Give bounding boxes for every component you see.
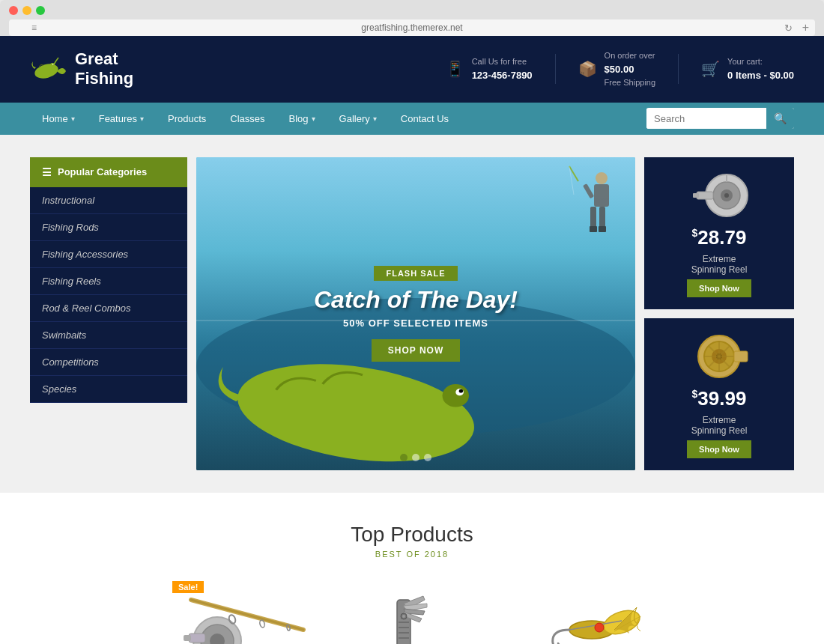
sidebar-item-competitions[interactable]: Competitions <box>30 349 187 376</box>
sidebar-menu-icon: ☰ <box>42 166 52 178</box>
hero-dot-1[interactable] <box>400 454 408 461</box>
nav-features-arrow: ▾ <box>140 115 144 123</box>
nav-contact[interactable]: Contact Us <box>389 103 461 135</box>
hero-section: ☰ Popular Categories Instructional Fishi… <box>30 157 794 470</box>
svg-rect-41 <box>189 634 205 643</box>
search-button[interactable]: 🔍 <box>766 108 794 129</box>
product-image-3 <box>517 581 652 644</box>
header-phone: 📱 Call Us for free 123-456-7890 <box>446 55 533 82</box>
cart-icon: 🛒 <box>701 60 720 78</box>
svg-rect-10 <box>590 207 596 228</box>
product-card-1-price: $28.79 <box>692 226 747 249</box>
sidebar-item-swimbaits[interactable]: Swimbaits <box>30 322 187 349</box>
sidebar-item-fishing-reels[interactable]: Fishing Reels <box>30 268 187 295</box>
sidebar-header: ☰ Popular Categories <box>30 157 187 187</box>
browser-url: greatfishing.themerex.net <box>361 22 462 33</box>
logo[interactable]: Great Fishing <box>30 49 133 89</box>
shipping-label: On order over <box>605 49 656 62</box>
dot-red[interactable] <box>9 6 18 15</box>
header-divider-1 <box>555 54 556 84</box>
nav-features[interactable]: Features ▾ <box>87 103 156 135</box>
svg-rect-22 <box>697 192 713 199</box>
header-cart[interactable]: 🛒 Your cart: 0 Items - $0.00 <box>701 55 794 82</box>
browser-plus-icon[interactable]: + <box>802 21 809 34</box>
product-card-2-image <box>682 330 757 383</box>
hero-cta-button[interactable]: SHOP NOW <box>372 339 460 362</box>
sidebar-item-fishing-accessories[interactable]: Fishing Accessories <box>30 241 187 268</box>
svg-rect-13 <box>599 226 606 232</box>
fisherman-svg <box>568 165 628 255</box>
dot-yellow[interactable] <box>22 6 31 15</box>
nav-blog[interactable]: Blog ▾ <box>277 103 327 135</box>
nav-bar: Home ▾ Features ▾ Products Classes Blog … <box>0 103 824 135</box>
products-grid: Sale! <box>30 581 794 644</box>
phone-label: Call Us for free <box>472 55 533 68</box>
svg-point-0 <box>33 62 60 82</box>
svg-rect-42 <box>184 635 191 641</box>
header-divider-2 <box>678 54 679 84</box>
flash-badge: FLASH SALE <box>374 266 457 281</box>
nav-blog-arrow: ▾ <box>312 115 315 123</box>
product-card-1-image <box>682 169 757 222</box>
browser-dots <box>9 6 815 15</box>
svg-rect-14 <box>583 183 594 198</box>
nav-search[interactable]: 🔍 <box>646 108 794 129</box>
dot-green[interactable] <box>36 6 45 15</box>
nav-gallery[interactable]: Gallery ▾ <box>327 103 389 135</box>
product-card-2-name: ExtremeSpinning Reel <box>691 415 748 436</box>
fishing-rod-reel-svg <box>172 585 307 644</box>
svg-rect-32 <box>734 351 748 362</box>
nav-items: Home ▾ Features ▾ Products Classes Blog … <box>30 103 461 135</box>
svg-point-8 <box>596 172 608 184</box>
fishing-lure-svg <box>517 585 652 644</box>
sidebar: ☰ Popular Categories Instructional Fishi… <box>30 157 187 470</box>
product-item-3[interactable] <box>509 581 659 644</box>
hero-dot-3[interactable] <box>424 454 431 461</box>
product-card-2: $39.99 ExtremeSpinning Reel Shop Now <box>644 318 794 470</box>
product-card-2-btn[interactable]: Shop Now <box>687 440 751 458</box>
phone-icon: 📱 <box>446 60 464 78</box>
hero-products: $28.79 ExtremeSpinning Reel Shop Now <box>644 157 794 470</box>
nav-products[interactable]: Products <box>156 103 218 135</box>
hero-subtitle: 50% OFF SELECTED ITEMS <box>314 318 518 329</box>
browser-refresh-icon[interactable]: ↻ <box>784 22 793 34</box>
svg-point-49 <box>402 615 405 618</box>
product-item-1[interactable]: Sale! <box>165 581 315 644</box>
sidebar-item-species[interactable]: Species <box>30 376 187 403</box>
nav-home-arrow: ▾ <box>71 115 75 123</box>
sale-badge-1: Sale! <box>172 581 204 593</box>
svg-point-54 <box>595 623 604 632</box>
shipping-text: Free Shipping <box>605 76 656 89</box>
svg-point-5 <box>443 384 470 407</box>
sidebar-item-instructional[interactable]: Instructional <box>30 187 187 214</box>
product-card-1-btn[interactable]: Shop Now <box>687 279 751 297</box>
svg-point-7 <box>459 389 463 393</box>
svg-rect-9 <box>594 184 609 207</box>
svg-rect-11 <box>599 207 605 228</box>
header-shipping: 📦 On order over $50.00 Free Shipping <box>578 49 656 89</box>
cart-label: Your cart: <box>727 55 794 68</box>
nav-gallery-arrow: ▾ <box>373 115 377 123</box>
browser-menu-icon: ≡ <box>31 22 37 33</box>
header-info: 📱 Call Us for free 123-456-7890 📦 On ord… <box>446 49 794 89</box>
logo-text: Great Fishing <box>75 49 133 89</box>
product-card-2-price: $39.99 <box>692 387 747 410</box>
logo-fish-icon <box>30 50 67 88</box>
product-item-2[interactable] <box>337 581 487 644</box>
sidebar-item-fishing-rods[interactable]: Fishing Rods <box>30 214 187 241</box>
hero-dots <box>400 454 431 461</box>
hero-dot-2[interactable] <box>412 454 419 461</box>
site-wrapper: Great Fishing 📱 Call Us for free 123-456… <box>0 36 824 644</box>
sidebar-body: Instructional Fishing Rods Fishing Acces… <box>30 187 187 403</box>
browser-bar: ≡ greatfishing.themerex.net ↻ + <box>9 19 815 36</box>
main-content: ☰ Popular Categories Instructional Fishi… <box>0 135 824 493</box>
product-card-1: $28.79 ExtremeSpinning Reel Shop Now <box>644 157 794 309</box>
sidebar-title: Popular Categories <box>58 166 147 177</box>
sidebar-item-rod-reel-combos[interactable]: Rod & Reel Combos <box>30 295 187 322</box>
site-header: Great Fishing 📱 Call Us for free 123-456… <box>0 36 824 103</box>
search-input[interactable] <box>646 109 766 129</box>
shipping-icon: 📦 <box>578 60 597 78</box>
nav-home[interactable]: Home ▾ <box>30 103 87 135</box>
svg-point-20 <box>724 193 729 198</box>
nav-classes[interactable]: Classes <box>218 103 276 135</box>
